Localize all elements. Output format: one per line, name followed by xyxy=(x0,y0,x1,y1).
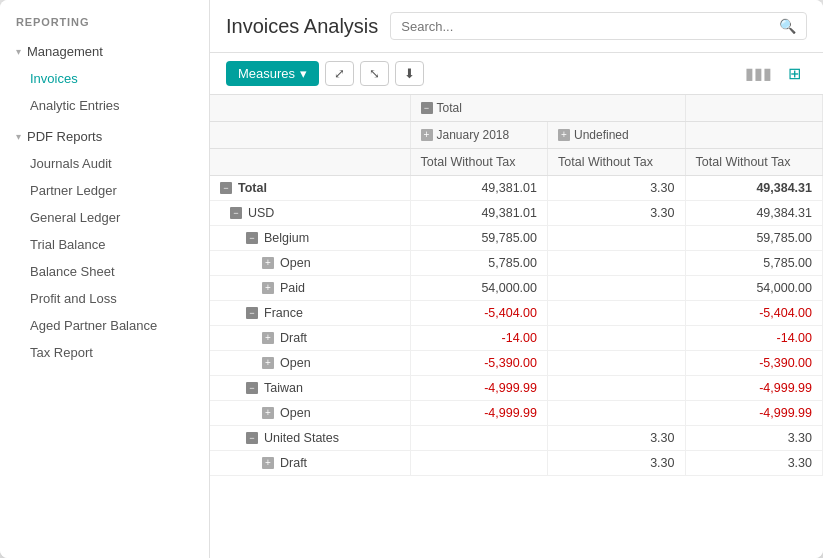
fullscreen-button[interactable]: ⤡ xyxy=(360,61,389,86)
row-value-cell: 49,384.31 xyxy=(685,176,823,201)
sidebar-item-trial-balance[interactable]: Trial Balance xyxy=(0,231,209,258)
expand-row-icon[interactable]: + xyxy=(262,457,274,469)
table-row: −Taiwan-4,999.99-4,999.99 xyxy=(210,376,823,401)
collapse-row-icon[interactable]: − xyxy=(246,382,258,394)
row-value-cell: 49,381.01 xyxy=(410,176,548,201)
table-row: −USD49,381.013.3049,384.31 xyxy=(210,201,823,226)
row-value-cell: -5,390.00 xyxy=(410,351,548,376)
row-label-text: Total xyxy=(238,181,267,195)
row-label-text: Draft xyxy=(280,456,307,470)
sidebar-item-tax-report[interactable]: Tax Report xyxy=(0,339,209,366)
table-row: +Draft-14.00-14.00 xyxy=(210,326,823,351)
row-value-cell: -14.00 xyxy=(685,326,823,351)
collapse-row-icon[interactable]: − xyxy=(246,307,258,319)
toolbar: Measures ▾ ⤢ ⤡ ⬇ ▮▮▮ ⊞ xyxy=(210,53,823,95)
row-label-cell: −USD xyxy=(210,201,410,226)
table-row: +Paid54,000.0054,000.00 xyxy=(210,276,823,301)
expand-button[interactable]: ⤢ xyxy=(325,61,354,86)
table-row: +Open-5,390.00-5,390.00 xyxy=(210,351,823,376)
row-value-cell: 49,381.01 xyxy=(410,201,548,226)
sidebar-item-profit-loss[interactable]: Profit and Loss xyxy=(0,285,209,312)
sidebar-section-pdf-reports: ▾ PDF Reports Journals Audit Partner Led… xyxy=(0,123,209,366)
toolbar-right: ▮▮▮ ⊞ xyxy=(739,61,807,86)
expand-row-icon[interactable]: + xyxy=(262,357,274,369)
row-value-cell xyxy=(410,451,548,476)
sidebar-item-aged-partner[interactable]: Aged Partner Balance xyxy=(0,312,209,339)
row-label-text: Belgium xyxy=(264,231,309,245)
sidebar-item-invoices[interactable]: Invoices xyxy=(0,65,209,92)
sidebar-item-partner-ledger[interactable]: Partner Ledger xyxy=(0,177,209,204)
table-row: −Belgium59,785.0059,785.00 xyxy=(210,226,823,251)
collapse-row-icon[interactable]: − xyxy=(246,232,258,244)
row-value-cell: -4,999.99 xyxy=(685,376,823,401)
expand-row-icon[interactable]: + xyxy=(262,407,274,419)
row-label-text: Paid xyxy=(280,281,305,295)
download-button[interactable]: ⬇ xyxy=(395,61,424,86)
sidebar-item-general-ledger[interactable]: General Ledger xyxy=(0,204,209,231)
expand-row-icon[interactable]: + xyxy=(262,257,274,269)
row-value-cell xyxy=(548,301,686,326)
row-value-cell xyxy=(548,251,686,276)
row-label-text: USD xyxy=(248,206,274,220)
pivot-table: − Total + January 2018 xyxy=(210,95,823,476)
sidebar-group-pdf-reports[interactable]: ▾ PDF Reports xyxy=(0,123,209,150)
sidebar-item-balance-sheet[interactable]: Balance Sheet xyxy=(0,258,209,285)
collapse-row-icon[interactable]: − xyxy=(220,182,232,194)
search-box[interactable]: 🔍 xyxy=(390,12,807,40)
row-label-text: France xyxy=(264,306,303,320)
sidebar-group-pdf-label: PDF Reports xyxy=(27,129,102,144)
collapse-row-icon[interactable]: − xyxy=(246,432,258,444)
row-value-cell: -4,999.99 xyxy=(410,401,548,426)
sidebar-group-management-label: Management xyxy=(27,44,103,59)
expand-jan-icon[interactable]: + xyxy=(421,129,433,141)
table-body: −Total49,381.013.3049,384.31−USD49,381.0… xyxy=(210,176,823,476)
table-row: +Open5,785.005,785.00 xyxy=(210,251,823,276)
page-title: Invoices Analysis xyxy=(226,15,378,38)
row-value-cell xyxy=(548,326,686,351)
measures-button[interactable]: Measures ▾ xyxy=(226,61,319,86)
row-value-cell: -14.00 xyxy=(410,326,548,351)
sidebar-group-management[interactable]: ▾ Management xyxy=(0,38,209,65)
collapse-total-icon[interactable]: − xyxy=(421,102,433,114)
row-label-text: Taiwan xyxy=(264,381,303,395)
expand-row-icon[interactable]: + xyxy=(262,282,274,294)
row-label: +Open xyxy=(262,256,400,270)
row-value-cell xyxy=(548,351,686,376)
row-value-cell: 3.30 xyxy=(548,451,686,476)
chevron-down-icon: ▾ xyxy=(16,46,21,57)
row-label-text: United States xyxy=(264,431,339,445)
row-label-cell: −United States xyxy=(210,426,410,451)
header-col-label xyxy=(210,149,410,176)
expand-row-icon[interactable]: + xyxy=(262,332,274,344)
row-label-cell: −Total xyxy=(210,176,410,201)
expand-icon: ⤢ xyxy=(334,66,345,81)
header-col-twt-undef: Total Without Tax xyxy=(548,149,686,176)
row-value-cell: 3.30 xyxy=(685,426,823,451)
collapse-row-icon[interactable]: − xyxy=(230,207,242,219)
table-row: −France-5,404.00-5,404.00 xyxy=(210,301,823,326)
toolbar-left: Measures ▾ ⤢ ⤡ ⬇ xyxy=(226,61,424,86)
sidebar-item-analytic-entries[interactable]: Analytic Entries xyxy=(0,92,209,119)
table-row: +Draft3.303.30 xyxy=(210,451,823,476)
sidebar-section-management: ▾ Management Invoices Analytic Entries xyxy=(0,38,209,119)
expand-undefined-icon[interactable]: + xyxy=(558,129,570,141)
row-value-cell: 49,384.31 xyxy=(685,201,823,226)
sidebar-title: REPORTING xyxy=(0,16,209,38)
header-empty-1 xyxy=(210,95,410,122)
row-value-cell: -5,390.00 xyxy=(685,351,823,376)
bar-chart-view-button[interactable]: ▮▮▮ xyxy=(739,61,778,86)
row-label: +Open xyxy=(262,406,400,420)
row-value-cell: 5,785.00 xyxy=(410,251,548,276)
row-value-cell xyxy=(548,401,686,426)
header-empty-3 xyxy=(210,122,410,149)
search-icon[interactable]: 🔍 xyxy=(779,18,796,34)
sidebar-item-journals-audit[interactable]: Journals Audit xyxy=(0,150,209,177)
row-value-cell: 59,785.00 xyxy=(685,226,823,251)
row-label-cell: +Draft xyxy=(210,326,410,351)
header-row-3: Total Without Tax Total Without Tax Tota… xyxy=(210,149,823,176)
search-input[interactable] xyxy=(401,19,779,34)
row-value-cell: 54,000.00 xyxy=(685,276,823,301)
row-value-cell xyxy=(548,276,686,301)
row-value-cell xyxy=(410,426,548,451)
grid-view-button[interactable]: ⊞ xyxy=(782,61,807,86)
